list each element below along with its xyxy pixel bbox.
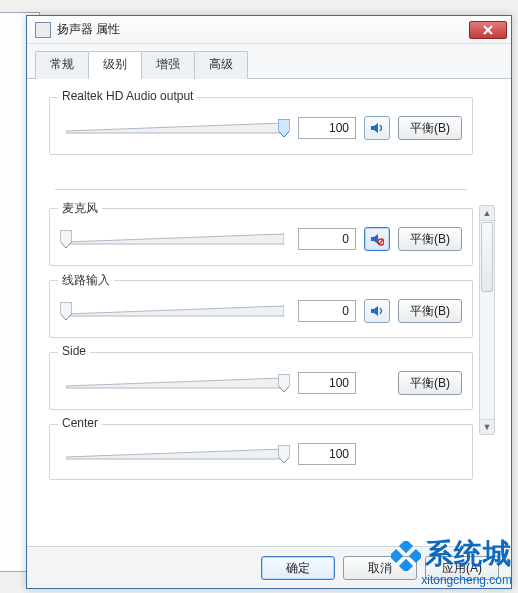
slider-output[interactable] — [66, 118, 284, 138]
value-output[interactable]: 100 — [298, 117, 356, 139]
group-mic: 麦克风 0 — [49, 208, 473, 266]
tab-general[interactable]: 常规 — [35, 51, 89, 79]
mute-button-output[interactable] — [364, 116, 390, 140]
svg-marker-4 — [66, 306, 284, 316]
speaker-icon — [370, 121, 384, 135]
window-icon — [35, 22, 51, 38]
svg-marker-1 — [66, 234, 284, 244]
group-output: Realtek HD Audio output 100 平衡(B) — [49, 97, 473, 155]
balance-button-mic[interactable]: 平衡(B) — [398, 227, 462, 251]
scroll-up-arrow[interactable]: ▲ — [480, 206, 494, 221]
value-linein[interactable]: 0 — [298, 300, 356, 322]
svg-marker-0 — [66, 123, 284, 133]
cancel-button[interactable]: 取消 — [343, 556, 417, 580]
tab-strip: 常规 级别 增强 高级 — [27, 44, 511, 79]
group-linein: 线路输入 0 平衡(B) — [49, 280, 473, 338]
tab-content: Realtek HD Audio output 100 平衡(B) — [27, 79, 511, 546]
group-label-side: Side — [58, 344, 90, 358]
dialog-window: 扬声器 属性 常规 级别 增强 高级 Realtek HD Audio outp… — [26, 15, 512, 589]
slider-center[interactable] — [66, 444, 284, 464]
mute-button-linein[interactable] — [364, 299, 390, 323]
svg-line-3 — [379, 240, 383, 244]
close-icon — [483, 25, 493, 35]
speaker-icon — [370, 304, 384, 318]
dialog-footer: 确定 取消 应用(A) — [27, 546, 511, 588]
tab-enhance[interactable]: 增强 — [141, 51, 195, 79]
ok-button[interactable]: 确定 — [261, 556, 335, 580]
close-button[interactable] — [469, 21, 507, 39]
tab-advanced[interactable]: 高级 — [194, 51, 248, 79]
mute-button-mic[interactable] — [364, 227, 390, 251]
value-side[interactable]: 100 — [298, 372, 356, 394]
slider-side[interactable] — [66, 373, 284, 393]
separator — [55, 189, 467, 190]
slider-linein[interactable] — [66, 301, 284, 321]
value-center[interactable]: 100 — [298, 443, 356, 465]
titlebar[interactable]: 扬声器 属性 — [27, 16, 511, 44]
balance-button-output[interactable]: 平衡(B) — [398, 116, 462, 140]
speaker-muted-icon — [370, 232, 384, 246]
apply-button[interactable]: 应用(A) — [425, 556, 499, 580]
group-label-linein: 线路输入 — [58, 272, 114, 289]
vertical-scrollbar[interactable]: ▲ ▼ — [479, 205, 495, 435]
scroll-down-arrow[interactable]: ▼ — [480, 419, 494, 434]
svg-marker-6 — [66, 449, 284, 459]
tab-levels[interactable]: 级别 — [88, 51, 142, 79]
group-side: Side 100 平衡(B) — [49, 352, 473, 410]
group-center: Center 100 — [49, 424, 473, 480]
scroll-thumb[interactable] — [481, 222, 493, 292]
balance-button-side[interactable]: 平衡(B) — [398, 371, 462, 395]
group-label-center: Center — [58, 416, 102, 430]
window-title: 扬声器 属性 — [57, 21, 469, 38]
group-label-mic: 麦克风 — [58, 200, 102, 217]
balance-button-linein[interactable]: 平衡(B) — [398, 299, 462, 323]
group-label-output: Realtek HD Audio output — [58, 89, 197, 103]
svg-marker-5 — [66, 378, 284, 388]
slider-mic[interactable] — [66, 229, 284, 249]
value-mic[interactable]: 0 — [298, 228, 356, 250]
